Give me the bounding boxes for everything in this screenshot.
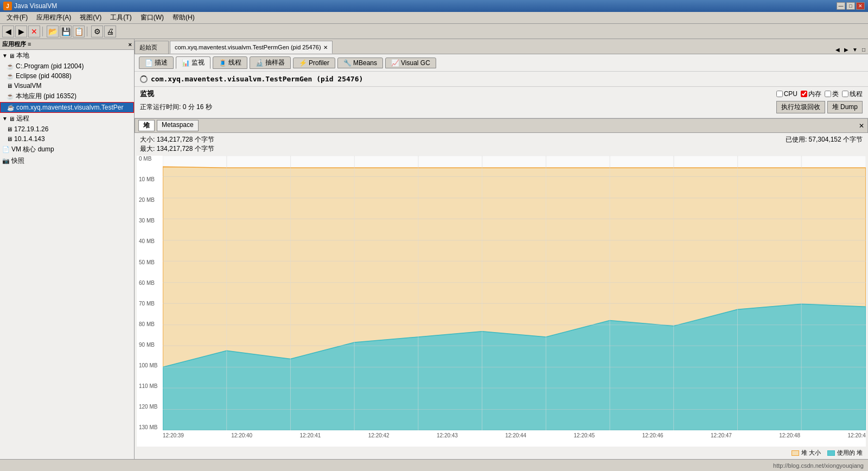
chart-svg-area — [163, 156, 866, 430]
c-program-label: C:.Program (pid 12004) — [16, 62, 84, 70]
chart-tab-metaspace[interactable]: Metaspace — [157, 120, 199, 131]
tree-vm-dump[interactable]: 📄 VM 核心 dump — [0, 144, 134, 155]
inner-tab-sampler[interactable]: 🔬 抽样器 — [250, 56, 291, 69]
monitor-section-label: 监视 — [140, 89, 154, 99]
sidebar-collapse[interactable]: × — [129, 41, 132, 48]
inner-tab-monitor[interactable]: 📊 监视 — [176, 56, 210, 69]
y-axis: 130 MB 120 MB 110 MB 100 MB 90 MB 80 MB … — [137, 156, 163, 430]
maximize-button[interactable]: □ — [846, 2, 855, 10]
y-label-130: 130 MB — [139, 424, 161, 430]
tab-nav-maximize[interactable]: □ — [859, 45, 868, 54]
tree-c-program[interactable]: ☕ C:.Program (pid 12004) — [0, 61, 134, 71]
y-label-40: 40 MB — [139, 238, 161, 244]
chart-header: 堆 Metaspace ✕ — [135, 118, 868, 133]
app-title-bar: com.xyq.maventest.visualvm.TestPermGen (… — [135, 72, 868, 87]
x-label-10: 12:20:4 — [848, 432, 866, 438]
chart-panel: 堆 Metaspace ✕ 大小: 134,217,728 个字节 最大: 13… — [135, 118, 868, 459]
remote-host-icon-2: 🖥 — [7, 136, 12, 142]
tab-test-perm[interactable]: com.xyq.maventest.visualvm.TestPermGen (… — [170, 41, 333, 54]
describe-label: 描述 — [155, 58, 168, 67]
inner-tab-thread[interactable]: 🧵 线程 — [213, 56, 247, 69]
tree-remote-root[interactable]: ▼ 🖥 远程 — [0, 113, 134, 124]
used-heap-legend-label: 使用的 堆 — [837, 449, 863, 457]
inner-tab-profiler[interactable]: ⚡ Profiler — [293, 58, 335, 68]
tree-test-perm[interactable]: ☕ com.xyq.maventest.visualvm.TestPer — [0, 102, 134, 113]
menu-bar: 文件(F) 应用程序(A) 视图(V) 工具(T) 窗口(W) 帮助(H) — [0, 12, 868, 24]
test-perm-tab-label: com.xyq.maventest.visualvm.TestPermGen (… — [175, 44, 321, 50]
sampler-label: 抽样器 — [265, 58, 285, 67]
y-label-100: 100 MB — [139, 362, 161, 368]
menu-tools[interactable]: 工具(T) — [106, 12, 136, 23]
toolbar-forward[interactable]: ▶ — [15, 26, 27, 37]
inner-tab-visual-gc[interactable]: 📈 Visual GC — [385, 58, 436, 68]
cpu-checkbox-label: CPU — [784, 90, 797, 98]
tab-start-page[interactable]: 起始页 ✕ — [135, 41, 169, 54]
toolbar-settings[interactable]: ⚙ — [91, 26, 103, 37]
local-app-label: 本地应用 (pid 16352) — [16, 92, 76, 101]
local-icon: 🖥 — [9, 53, 15, 59]
y-label-60: 60 MB — [139, 280, 161, 286]
test-perm-label: com.xyq.maventest.visualvm.TestPer — [16, 104, 123, 111]
start-page-tab-label: 起始页 — [139, 43, 157, 52]
x-label-5: 12:20:44 — [505, 432, 526, 438]
mbeans-icon: 🔧 — [343, 59, 352, 67]
tree-local-app[interactable]: ☕ 本地应用 (pid 16352) — [0, 91, 134, 102]
title-bar-buttons: — □ ✕ — [837, 2, 865, 10]
menu-view[interactable]: 视图(V) — [75, 12, 106, 23]
tab-test-perm-close[interactable]: ✕ — [323, 44, 328, 50]
memory-checkbox-label: 内存 — [808, 90, 821, 99]
heap-dump-button[interactable]: 堆 Dump — [827, 101, 863, 113]
used-label: 已使用: 57,304,152 个字节 — [786, 136, 863, 143]
chart-tab-heap[interactable]: 堆 — [138, 120, 155, 131]
monitor-section: 监视 CPU 内存 类 — [135, 87, 868, 118]
toolbar: ◀ ▶ ✕ 📂 💾 📋 ⚙ 🖨 — [0, 24, 868, 39]
toolbar-back[interactable]: ◀ — [2, 26, 14, 37]
sampler-icon: 🔬 — [256, 59, 264, 67]
tree-snapshot[interactable]: 📷 快照 — [0, 155, 134, 167]
menu-app[interactable]: 应用程序(A) — [32, 12, 75, 23]
tab-nav-down[interactable]: ▼ — [851, 45, 859, 54]
expand-local[interactable]: ▼ — [2, 53, 8, 59]
x-label-3: 12:20:42 — [368, 432, 390, 438]
toolbar-save[interactable]: 💾 — [60, 26, 72, 37]
x-label-4: 12:20:43 — [437, 432, 458, 438]
chart-container: 130 MB 120 MB 110 MB 100 MB 90 MB 80 MB … — [137, 156, 866, 447]
class-checkbox[interactable] — [825, 91, 831, 97]
visual-gc-label: Visual GC — [401, 59, 430, 67]
tab-nav-right[interactable]: ▶ — [842, 45, 851, 54]
y-label-70: 70 MB — [139, 301, 161, 307]
inner-tab-describe[interactable]: 📄 描述 — [139, 56, 174, 69]
toolbar-stop[interactable]: ✕ — [28, 26, 40, 37]
x-label-1: 12:20:40 — [231, 432, 252, 438]
tree-visualvm[interactable]: 🖥 VisualVM — [0, 81, 134, 91]
tree-eclipse[interactable]: ☕ Eclipse (pid 40088) — [0, 71, 134, 81]
tab-nav-left[interactable]: ◀ — [833, 45, 842, 54]
tree-remote-1[interactable]: 🖥 172.19.1.26 — [0, 124, 134, 134]
tree-remote-2[interactable]: 🖥 10.1.4.143 — [0, 134, 134, 144]
memory-checkbox[interactable] — [801, 91, 807, 97]
tree-local-root[interactable]: ▼ 🖥 本地 — [0, 50, 134, 61]
toolbar-print[interactable]: 🖨 — [104, 26, 116, 37]
monitor-icon: 📊 — [182, 59, 190, 67]
visual-gc-icon: 📈 — [391, 59, 399, 67]
visualvm-icon: 🖥 — [7, 82, 12, 89]
chart-panel-close[interactable]: ✕ — [859, 122, 864, 130]
minimize-button[interactable]: — — [837, 2, 845, 10]
menu-file[interactable]: 文件(F) — [2, 12, 32, 23]
expand-remote[interactable]: ▼ — [2, 116, 8, 122]
close-button[interactable]: ✕ — [856, 2, 865, 10]
toolbar-open[interactable]: 📂 — [47, 26, 59, 37]
toolbar-save2[interactable]: 📋 — [73, 26, 85, 37]
remote-label: 远程 — [16, 114, 29, 123]
visualvm-label: VisualVM — [14, 82, 41, 90]
thread-checkbox[interactable] — [842, 91, 848, 97]
menu-help[interactable]: 帮助(H) — [168, 12, 199, 23]
describe-icon: 📄 — [145, 59, 153, 67]
window-title: Java VisualVM — [14, 2, 57, 10]
cpu-checkbox[interactable] — [776, 91, 783, 97]
y-label-10: 10 MB — [139, 176, 161, 182]
inner-tab-mbeans[interactable]: 🔧 MBeans — [337, 58, 383, 68]
x-label-2: 12:20:41 — [300, 432, 321, 438]
menu-window[interactable]: 窗口(W) — [136, 12, 168, 23]
gc-run-button[interactable]: 执行垃圾回收 — [776, 101, 825, 113]
